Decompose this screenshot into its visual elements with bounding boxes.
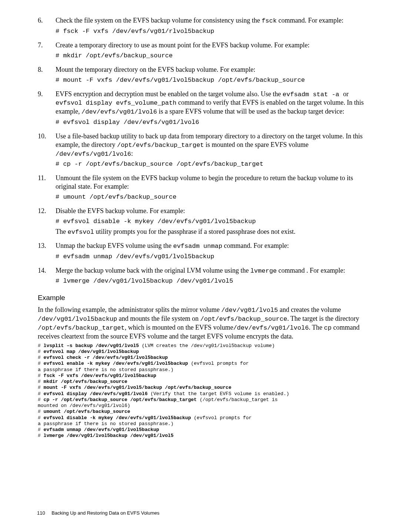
inline-code: lvmerge <box>250 267 277 275</box>
command-line: # mount -F vxfs /dev/evfs/vg01/lvol5back… <box>56 76 373 85</box>
step-text: Disable the EVFS backup volume. For exam… <box>56 207 373 215</box>
step-10: Use a file-based backup utility to back … <box>38 132 373 169</box>
step-11: Unmount the file system on the EVFS back… <box>38 174 373 202</box>
inline-code: evfsvol display evfs_volume_path <box>56 100 176 107</box>
step-text: EVFS encryption and decryption must be e… <box>56 90 373 116</box>
step-text: Check the file system on the EVFS backup… <box>56 16 373 25</box>
inline-code: evfsadm unmap <box>173 243 222 250</box>
command-line: # umount /opt/evfs/backup_source <box>56 193 373 202</box>
step-8: Mount the temporary directory on the EVF… <box>38 65 373 85</box>
step-list: Check the file system on the EVFS backup… <box>38 16 373 286</box>
step-text: Merge the backup volume back with the or… <box>56 266 373 275</box>
step-13: Unmap the backup EVFS volume using the e… <box>38 242 373 261</box>
command-line: # cp -r /opt/evfs/backup_source /opt/evf… <box>56 160 373 169</box>
inline-code: /opt/evfs/backup_target <box>38 324 125 331</box>
step-9: EVFS encryption and decryption must be e… <box>38 90 373 127</box>
inline-code: /dev/evfs/vg01/lvol6 <box>233 324 309 331</box>
page-footer: 110 Backing Up and Restoring Data on EVF… <box>37 510 160 516</box>
inline-code: evfsvol <box>67 229 94 236</box>
command-line: # evfsvol disable -k mykey /dev/evfs/vg0… <box>56 218 373 226</box>
inline-code: /dev/vg01/lvol5backup <box>38 316 117 323</box>
step-7: Create a temporary directory to use as m… <box>38 41 373 60</box>
step-text: Create a temporary directory to use as m… <box>56 41 373 50</box>
inline-code: cp <box>324 324 331 331</box>
command-line: # mkdir /opt/evfs/backup_source <box>56 52 373 60</box>
footer-title: Backing Up and Restoring Data on EVFS Vo… <box>51 510 159 516</box>
command-line: # fsck -F vxfs /dev/evfs/vg01/rlvol5back… <box>56 27 373 36</box>
example-heading: Example <box>38 294 373 302</box>
command-line: # evfsadm unmap /dev/evfs/vg01/lvol5back… <box>56 253 373 261</box>
step-text: Unmap the backup EVFS volume using the e… <box>56 242 373 250</box>
inline-code: /opt/evfs/backup_source <box>200 316 287 323</box>
example-paragraph: In the following example, the administra… <box>38 306 373 340</box>
step-text: Use a file-based backup utility to back … <box>56 132 373 158</box>
page: Check the file system on the EVFS backup… <box>0 0 400 439</box>
command-line: # evfsvol display /dev/evfs/vg01/lvol6 <box>56 118 373 127</box>
inline-code: /opt/evfs/backup_target <box>117 142 204 149</box>
step-text: Unmount the file system on the EVFS back… <box>56 174 373 191</box>
inline-code: evfsadm stat -a <box>283 91 343 98</box>
inline-code: /dev/vg01/lvol5 <box>221 307 278 314</box>
step-12: Disable the EVFS backup volume. For exam… <box>38 207 373 236</box>
page-number: 110 <box>37 510 45 516</box>
step-text: The evfsvol utility prompts you for the … <box>56 228 373 236</box>
inline-code: /dev/evfs/vg01/lvol6 <box>56 151 131 158</box>
inline-code: /dev/evfs/vg01/lvol6 <box>81 108 157 115</box>
step-6: Check the file system on the EVFS backup… <box>38 16 373 36</box>
example-code-block: # lvsplit –s backup /dev/vg01/lvol5 (LVM… <box>38 343 373 439</box>
step-14: Merge the backup volume back with the or… <box>38 266 373 286</box>
inline-code: fsck <box>261 17 277 24</box>
command-line: # lvmerge /dev/vg01/lvol5backup /dev/vg0… <box>56 277 373 286</box>
step-text: Mount the temporary directory on the EVF… <box>56 65 373 74</box>
